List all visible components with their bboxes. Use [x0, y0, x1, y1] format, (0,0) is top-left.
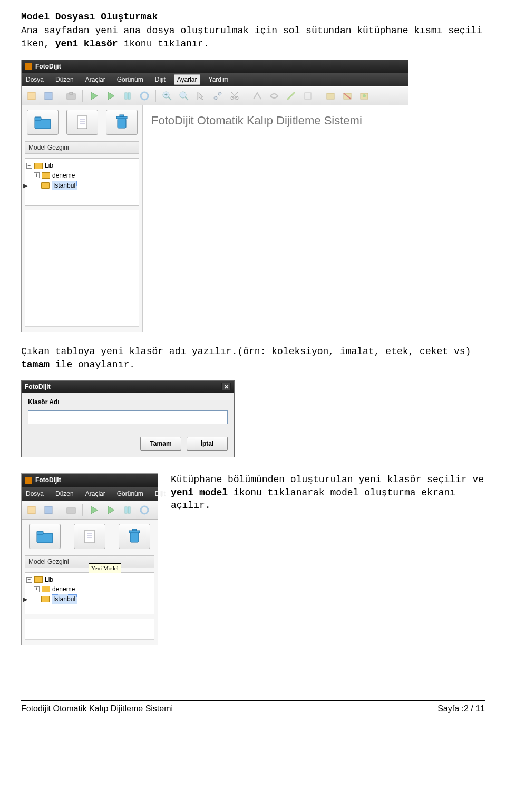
- folder-icon: [42, 586, 50, 592]
- menu2-duzen[interactable]: Düzen: [52, 488, 77, 499]
- delete-button-2[interactable]: [119, 524, 150, 549]
- tool-camera-icon[interactable]: [64, 89, 78, 103]
- tool-zoom-out-icon[interactable]: -: [177, 89, 191, 103]
- folder-open-icon: [34, 576, 43, 583]
- svg-text:-: -: [181, 92, 183, 97]
- folder-name-dialog: FotoDijit ✕ Klasör Adı Tamam İptal: [21, 380, 235, 458]
- doc-para-3-bold: yeni model: [171, 487, 228, 498]
- tool-refresh-icon[interactable]: [138, 503, 151, 517]
- welcome-banner: FotoDijit Otomatik Kalıp Dijitleme Siste…: [151, 113, 400, 129]
- tool-misc3-icon[interactable]: [284, 89, 298, 103]
- menu-ayarlar[interactable]: Ayarlar: [174, 74, 200, 85]
- svg-point-17: [218, 92, 221, 95]
- left-filler-small: [25, 619, 154, 640]
- tree-root[interactable]: Lib: [45, 161, 53, 170]
- folder-icon: [34, 115, 52, 130]
- doc-para-2-bold: tamam: [21, 359, 50, 370]
- doc-para-3-pre: Kütüphane bölümünden oluşturulan yeni kl…: [171, 474, 484, 485]
- model-tree-2[interactable]: Yeni Model −Lib +deneme ▶ Istanbul: [25, 572, 154, 614]
- left-filler: [25, 210, 139, 327]
- svg-rect-7: [128, 93, 130, 99]
- tool-pic2-icon[interactable]: [340, 89, 354, 103]
- tool-save-icon[interactable]: [42, 503, 55, 517]
- tool-play-icon[interactable]: [87, 89, 101, 103]
- new-folder-button-2[interactable]: [29, 524, 61, 549]
- app-window-small: FotoDijit Dosya Düzen Araçlar Görünüm Di…: [21, 473, 158, 645]
- tree-collapse-icon[interactable]: −: [26, 163, 32, 169]
- svg-rect-30: [35, 117, 41, 120]
- svg-rect-0: [28, 92, 35, 100]
- new-model-icon: [82, 529, 98, 544]
- tool-save-icon[interactable]: [42, 89, 55, 103]
- toolbar-sep: [60, 504, 60, 516]
- toolbar-small: [22, 501, 158, 520]
- tree-expand-icon[interactable]: +: [34, 172, 40, 178]
- toolbar-sep: [60, 90, 60, 102]
- tree-item-istanbul[interactable]: Istanbul: [52, 181, 77, 190]
- menu2-dijit[interactable]: Dijit: [152, 488, 169, 499]
- dialog-title: FotoDijit: [25, 383, 51, 391]
- svg-rect-6: [125, 93, 127, 99]
- menu2-dosya[interactable]: Dosya: [23, 488, 47, 499]
- tool-pause-icon[interactable]: [121, 503, 134, 517]
- tool-new-icon[interactable]: [25, 89, 38, 103]
- menu-yardim[interactable]: Yardım: [206, 74, 232, 85]
- doc-para-2-post: ile onaylanır.: [50, 359, 135, 370]
- svg-rect-38: [28, 506, 35, 514]
- delete-button[interactable]: [106, 110, 138, 135]
- model-tree[interactable]: −Lib +deneme ▶ Istanbul: [25, 158, 139, 206]
- tool-pic3-icon[interactable]: [357, 89, 371, 103]
- tool-play-icon[interactable]: [87, 503, 101, 517]
- tool-misc2-icon[interactable]: [267, 89, 281, 103]
- app-body: Model Gezgini −Lib +deneme ▶ Istanbul Fo…: [22, 105, 408, 332]
- doc-para-2-pre: Çıkan tabloya yeni klasör adı yazılır.(ö…: [21, 346, 471, 357]
- svg-text:+: +: [164, 92, 168, 97]
- svg-rect-1: [45, 92, 52, 100]
- tree-expand-icon[interactable]: +: [34, 586, 40, 592]
- svg-marker-42: [108, 506, 114, 514]
- menu-duzen[interactable]: Düzen: [52, 74, 77, 85]
- tool-zoom-in-icon[interactable]: +: [160, 89, 174, 103]
- tool-refresh-icon[interactable]: [138, 89, 151, 103]
- svg-rect-52: [130, 533, 139, 542]
- tool-camera-icon[interactable]: [64, 503, 78, 517]
- tree2-item-deneme[interactable]: deneme: [52, 585, 75, 593]
- new-folder-button[interactable]: [27, 110, 59, 135]
- toolbar-sep: [82, 90, 83, 102]
- tree2-item-istanbul[interactable]: Istanbul: [52, 594, 77, 604]
- cancel-button[interactable]: İptal: [187, 437, 228, 451]
- tool-node-icon[interactable]: [211, 89, 225, 103]
- svg-rect-46: [37, 533, 53, 543]
- svg-rect-31: [77, 116, 87, 129]
- tree2-root[interactable]: Lib: [45, 575, 53, 584]
- tool-pause-icon[interactable]: [121, 89, 134, 103]
- tool-pic1-icon[interactable]: [324, 89, 337, 103]
- toolbar-sep: [155, 90, 156, 102]
- menu-dijit[interactable]: Dijit: [152, 74, 169, 85]
- ok-button[interactable]: Tamam: [140, 437, 181, 451]
- new-model-button[interactable]: [66, 110, 98, 135]
- svg-marker-41: [91, 506, 98, 514]
- menu2-araclar[interactable]: Araçlar: [82, 488, 109, 499]
- folder-open-icon: [34, 163, 43, 169]
- dialog-close-button[interactable]: ✕: [221, 383, 231, 391]
- tree-collapse-icon[interactable]: −: [26, 577, 32, 583]
- menu-araclar[interactable]: Araçlar: [82, 74, 109, 85]
- menu-gorunum[interactable]: Görünüm: [114, 74, 147, 85]
- menu2-gorunum[interactable]: Görünüm: [114, 488, 147, 499]
- tool-cut-icon[interactable]: [228, 89, 241, 103]
- tool-misc1-icon[interactable]: [250, 89, 264, 103]
- tool-new-icon[interactable]: [25, 503, 38, 517]
- tool-play2-icon[interactable]: [104, 89, 118, 103]
- menu-dosya[interactable]: Dosya: [23, 74, 47, 85]
- tool-play2-icon[interactable]: [104, 503, 118, 517]
- new-model-button-2[interactable]: [74, 524, 105, 549]
- trash-icon: [127, 529, 142, 544]
- folder-icon: [42, 172, 50, 179]
- svg-rect-29: [35, 119, 51, 129]
- tool-cursor-icon[interactable]: [194, 89, 208, 103]
- tool-misc4-icon[interactable]: [301, 89, 315, 103]
- footer-right: Sayfa :2 / 11: [437, 703, 485, 715]
- tree-item-deneme[interactable]: deneme: [52, 171, 75, 180]
- folder-name-input[interactable]: [28, 410, 228, 424]
